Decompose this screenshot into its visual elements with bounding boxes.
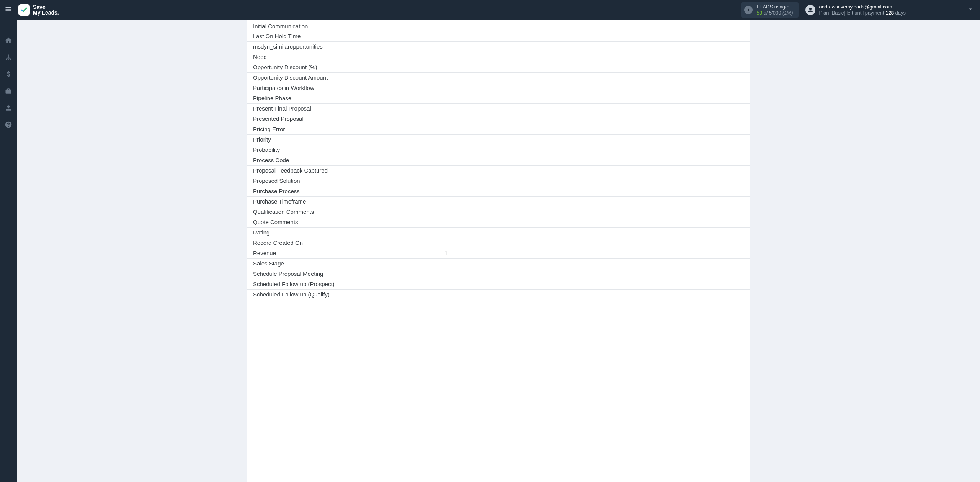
fields-card: Initial CommunicationLast On Hold Timems…	[247, 20, 750, 482]
field-row[interactable]: Priority	[247, 135, 750, 145]
nav-billing[interactable]	[0, 67, 17, 83]
field-label: Participates in Workflow	[253, 85, 444, 91]
field-label: Priority	[253, 136, 444, 143]
field-row[interactable]: Revenue1	[247, 248, 750, 259]
logo-badge-icon	[18, 4, 30, 16]
field-row[interactable]: Purchase Timeframe	[247, 197, 750, 207]
field-row[interactable]: Need	[247, 52, 750, 62]
field-label: Proposal Feedback Captured	[253, 167, 444, 174]
field-value: 1	[444, 250, 750, 256]
field-label: Purchase Timeframe	[253, 198, 444, 205]
field-label: Opportunity Discount (%)	[253, 64, 444, 70]
field-label: msdyn_similaropportunities	[253, 43, 444, 50]
field-row[interactable]: Present Final Proposal	[247, 104, 750, 114]
field-label: Presented Proposal	[253, 116, 444, 122]
account-expand-button[interactable]	[967, 6, 974, 14]
field-row[interactable]: Rating	[247, 228, 750, 238]
field-row[interactable]: Opportunity Discount (%)	[247, 62, 750, 73]
nav-workspace[interactable]	[0, 84, 17, 99]
field-label: Revenue	[253, 250, 444, 256]
nav-sidebar	[0, 20, 17, 482]
field-row[interactable]: Pipeline Phase	[247, 93, 750, 104]
field-label: Quote Comments	[253, 219, 444, 225]
help-icon	[5, 121, 12, 130]
field-label: Scheduled Follow up (Prospect)	[253, 281, 444, 287]
usage-text: LEADS usage: 53 of 5'000 (1%)	[756, 4, 793, 16]
field-row[interactable]: Scheduled Follow up (Prospect)	[247, 279, 750, 290]
field-label: Record Created On	[253, 239, 444, 246]
brand-name: Save My Leads.	[33, 4, 59, 16]
field-row[interactable]: Scheduled Follow up (Qualify)	[247, 290, 750, 300]
field-row[interactable]: Qualification Comments	[247, 207, 750, 217]
plan-mid: | left until payment	[844, 10, 885, 16]
field-label: Opportunity Discount Amount	[253, 74, 444, 81]
brand-logo[interactable]: Save My Leads.	[18, 4, 59, 16]
field-row[interactable]: Record Created On	[247, 238, 750, 248]
field-row[interactable]: Proposal Feedback Captured	[247, 166, 750, 176]
field-row[interactable]: Proposed Solution	[247, 176, 750, 186]
field-row[interactable]: Initial Communication	[247, 20, 750, 31]
field-row[interactable]: Quote Comments	[247, 217, 750, 228]
account-email: andrewsavemyleads@gmail.com	[819, 4, 906, 10]
field-row[interactable]: msdyn_similaropportunities	[247, 42, 750, 52]
field-row[interactable]: Process Code	[247, 155, 750, 166]
field-label: Process Code	[253, 157, 444, 163]
plan-days: 128	[885, 10, 894, 16]
usage-percent: (1%)	[782, 10, 793, 16]
page-scroll[interactable]: Initial CommunicationLast On Hold Timems…	[17, 20, 980, 482]
dollar-icon	[5, 70, 12, 80]
account-text: andrewsavemyleads@gmail.com Plan |Basic|…	[819, 4, 906, 16]
leads-usage-box[interactable]: i LEADS usage: 53 of 5'000 (1%)	[741, 2, 798, 18]
plan-name: Basic	[832, 10, 844, 16]
brand-line2: My Leads.	[33, 10, 59, 16]
field-label: Probability	[253, 147, 444, 153]
app-header: Save My Leads. i LEADS usage: 53 of 5'00…	[0, 0, 980, 20]
field-label: Need	[253, 54, 444, 60]
field-label: Initial Communication	[253, 23, 444, 29]
nav-connections[interactable]	[0, 50, 17, 66]
account-plan: Plan |Basic| left until payment 128 days	[819, 10, 906, 16]
usage-of: of	[764, 10, 768, 16]
field-label: Proposed Solution	[253, 177, 444, 184]
plan-pre: Plan |	[819, 10, 832, 16]
usage-label: LEADS usage:	[756, 4, 793, 10]
avatar-icon	[805, 5, 815, 15]
briefcase-icon	[5, 87, 12, 96]
field-row[interactable]: Schedule Proposal Meeting	[247, 269, 750, 279]
nav-help[interactable]	[0, 118, 17, 133]
menu-toggle-button[interactable]	[0, 0, 17, 20]
usage-value: 53 of 5'000 (1%)	[756, 10, 793, 16]
account-menu[interactable]: andrewsavemyleads@gmail.com Plan |Basic|…	[805, 4, 974, 16]
chevron-down-icon	[967, 6, 974, 14]
menu-icon	[5, 5, 12, 15]
field-label: Sales Stage	[253, 260, 444, 267]
usage-used: 53	[756, 10, 762, 16]
field-label: Scheduled Follow up (Qualify)	[253, 291, 444, 298]
fields-list: Initial CommunicationLast On Hold Timems…	[247, 20, 750, 300]
field-label: Rating	[253, 229, 444, 236]
field-label: Qualification Comments	[253, 208, 444, 215]
nav-home[interactable]	[0, 34, 17, 49]
field-row[interactable]: Opportunity Discount Amount	[247, 73, 750, 83]
info-icon: i	[744, 6, 753, 14]
user-icon	[5, 104, 12, 113]
home-icon	[5, 37, 12, 46]
field-row[interactable]: Sales Stage	[247, 259, 750, 269]
field-label: Present Final Proposal	[253, 105, 444, 112]
field-row[interactable]: Presented Proposal	[247, 114, 750, 124]
field-row[interactable]: Last On Hold Time	[247, 31, 750, 42]
field-row[interactable]: Participates in Workflow	[247, 83, 750, 93]
sitemap-icon	[5, 54, 12, 63]
field-label: Schedule Proposal Meeting	[253, 270, 444, 277]
field-label: Pipeline Phase	[253, 95, 444, 101]
plan-days-suffix: days	[894, 10, 906, 16]
field-row[interactable]: Probability	[247, 145, 750, 155]
nav-account[interactable]	[0, 101, 17, 116]
usage-total: 5'000	[769, 10, 781, 16]
field-row[interactable]: Purchase Process	[247, 186, 750, 197]
brand-line1: Save	[33, 4, 59, 10]
field-label: Purchase Process	[253, 188, 444, 194]
field-label: Last On Hold Time	[253, 33, 444, 39]
field-label: Pricing Error	[253, 126, 444, 132]
field-row[interactable]: Pricing Error	[247, 124, 750, 135]
